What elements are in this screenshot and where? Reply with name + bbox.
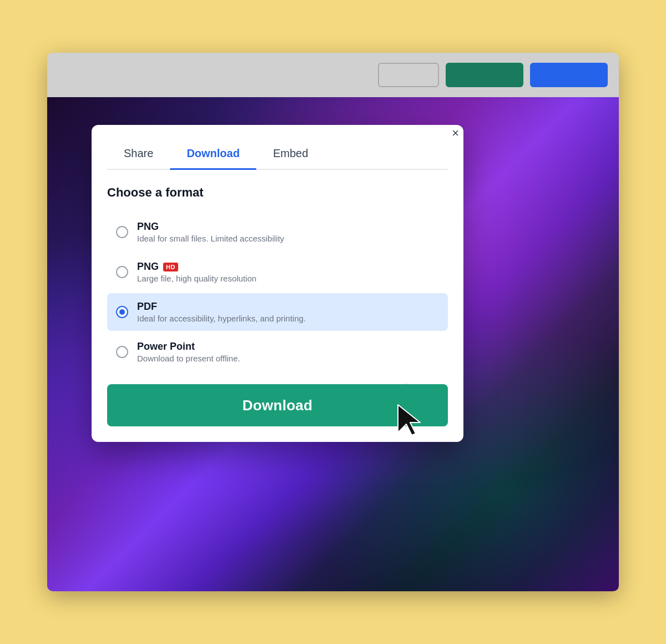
format-name-png: PNG — [137, 221, 284, 233]
format-name-ppt: Power Point — [137, 341, 240, 353]
format-desc-png-hd: Large file, high quality resolution — [137, 274, 256, 283]
format-desc-png: Ideal for small files. Limited accessibi… — [137, 234, 284, 243]
format-options-list: PNG Ideal for small files. Limited acces… — [107, 213, 448, 371]
format-desc-pdf: Ideal for accessibility, hyperlinks, and… — [137, 314, 306, 323]
radio-pdf[interactable] — [116, 306, 128, 318]
format-option-pdf[interactable]: PDF Ideal for accessibility, hyperlinks,… — [107, 293, 448, 331]
radio-ppt[interactable] — [116, 346, 128, 358]
modal-overlay: Share Download Embed × Choose a format P… — [47, 97, 619, 591]
modal-body: Choose a format PNG Ideal for small file… — [92, 170, 463, 442]
tab-download[interactable]: Download — [170, 140, 256, 169]
toolbar-button-green[interactable] — [446, 63, 523, 87]
format-info-png-hd: PNG HD Large file, high quality resoluti… — [137, 261, 256, 283]
close-button[interactable]: × — [447, 125, 463, 142]
modal-header: Share Download Embed × — [92, 125, 463, 170]
hd-badge: HD — [163, 263, 178, 271]
format-option-png-hd[interactable]: PNG HD Large file, high quality resoluti… — [107, 253, 448, 291]
download-button[interactable]: Download — [107, 384, 448, 426]
tabs-container: Share Download Embed — [107, 140, 448, 170]
format-name-pdf: PDF — [137, 301, 306, 313]
app-window: Share Download Embed × Choose a format P… — [47, 53, 619, 591]
format-option-ppt[interactable]: Power Point Download to present offline. — [107, 333, 448, 371]
radio-png[interactable] — [116, 226, 128, 238]
format-info-pdf: PDF Ideal for accessibility, hyperlinks,… — [137, 301, 306, 323]
tab-embed[interactable]: Embed — [256, 140, 325, 169]
format-info-ppt: Power Point Download to present offline. — [137, 341, 240, 363]
format-info-png: PNG Ideal for small files. Limited acces… — [137, 221, 284, 243]
radio-png-hd[interactable] — [116, 266, 128, 278]
format-option-png[interactable]: PNG Ideal for small files. Limited acces… — [107, 213, 448, 251]
tab-share[interactable]: Share — [107, 140, 170, 169]
content-area: Share Download Embed × Choose a format P… — [47, 97, 619, 591]
toolbar-button-outline[interactable] — [378, 63, 439, 87]
format-name-png-hd: PNG HD — [137, 261, 256, 273]
toolbar — [47, 53, 619, 97]
format-desc-ppt: Download to present offline. — [137, 354, 240, 363]
toolbar-button-blue[interactable] — [530, 63, 608, 87]
format-title: Choose a format — [107, 185, 448, 200]
share-download-modal: Share Download Embed × Choose a format P… — [92, 125, 463, 442]
download-button-container: Download — [107, 384, 448, 426]
